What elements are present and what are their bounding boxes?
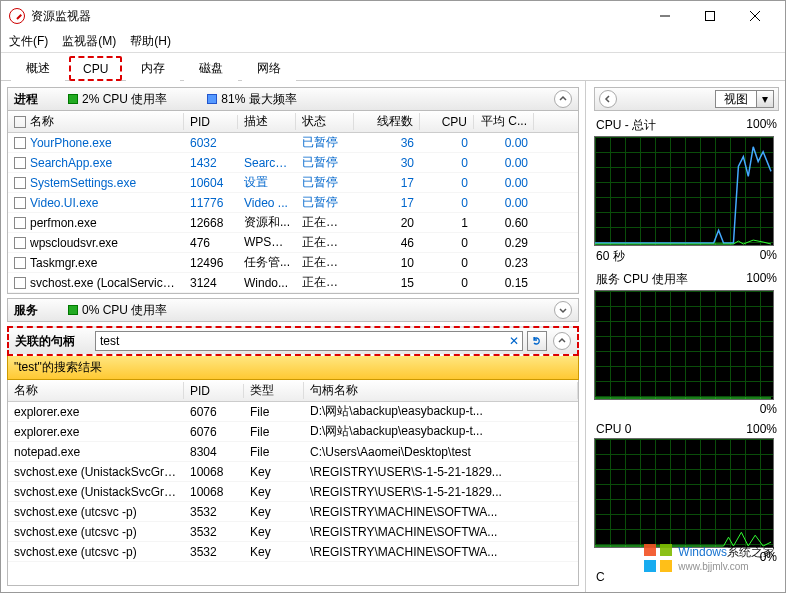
row-checkbox[interactable] — [14, 277, 26, 289]
table-row[interactable]: wpscloudsvr.exe476WPS服...正在运行4600.29 — [8, 233, 578, 253]
window-title: 资源监视器 — [31, 8, 642, 25]
services-panel: 服务 0% CPU 使用率 — [7, 298, 579, 322]
processes-collapse-icon[interactable] — [554, 90, 572, 108]
handles-search-box: ✕ — [95, 331, 523, 351]
table-row[interactable]: SearchApp.exe1432Search...已暂停3000.00 — [8, 153, 578, 173]
table-row[interactable]: svchost.exe (UnistackSvcGroup)10068Key\R… — [8, 462, 578, 482]
handles-table: 名称 PID 类型 句柄名称 explorer.exe6076FileD:\网站… — [7, 380, 579, 586]
select-all-checkbox[interactable] — [14, 116, 26, 128]
table-row[interactable]: svchost.exe (utcsvc -p)3532Key\REGISTRY\… — [8, 502, 578, 522]
view-header: 视图 ▾ — [594, 87, 779, 111]
svg-rect-1 — [705, 12, 714, 21]
row-checkbox[interactable] — [14, 257, 26, 269]
row-checkbox[interactable] — [14, 237, 26, 249]
services-collapse-icon[interactable] — [554, 301, 572, 319]
chart-title: CPU 0 — [596, 422, 631, 436]
row-checkbox[interactable] — [14, 217, 26, 229]
chart-max: 100% — [746, 117, 777, 134]
row-checkbox[interactable] — [14, 197, 26, 209]
view-dropdown-label: 视图 — [716, 91, 756, 108]
handles-columns: 名称 PID 类型 句柄名称 — [8, 380, 578, 402]
tab-cpu[interactable]: CPU — [69, 56, 122, 81]
table-row[interactable]: SystemSettings.exe10604设置已暂停1700.00 — [8, 173, 578, 193]
table-row[interactable]: explorer.exe6076FileD:\网站\abackup\easyba… — [8, 402, 578, 422]
chart-foot-left: 60 秒 — [596, 248, 625, 265]
handles-search-input[interactable] — [96, 334, 506, 348]
table-row[interactable]: svchost.exe (utcsvc -p)3532Key\REGISTRY\… — [8, 522, 578, 542]
tab-disk[interactable]: 磁盘 — [184, 54, 238, 81]
max-freq-icon — [207, 94, 217, 104]
tab-overview[interactable]: 概述 — [11, 54, 65, 81]
processes-title: 进程 — [14, 91, 38, 108]
menu-monitor[interactable]: 监视器(M) — [62, 33, 116, 50]
processes-header[interactable]: 进程 2% CPU 使用率 81% 最大频率 — [7, 87, 579, 111]
chart-max: 100% — [746, 422, 777, 436]
minimize-button[interactable] — [642, 1, 687, 31]
chart-foot-right: 0% — [760, 248, 777, 265]
handles-header: 关联的句柄 ✕ — [7, 326, 579, 356]
dropdown-arrow-icon[interactable]: ▾ — [756, 91, 773, 107]
menu-help[interactable]: 帮助(H) — [130, 33, 171, 50]
chart-title: 服务 CPU 使用率 — [596, 271, 688, 288]
services-cpu-text: 0% CPU 使用率 — [82, 302, 167, 319]
charts-collapse-icon[interactable] — [599, 90, 617, 108]
table-row[interactable]: notepad.exe8304FileC:\Users\Aaomei\Deskt… — [8, 442, 578, 462]
table-row[interactable]: perfmon.exe12668资源和...正在运行2010.60 — [8, 213, 578, 233]
window-controls — [642, 1, 777, 31]
tab-memory[interactable]: 内存 — [126, 54, 180, 81]
tab-network[interactable]: 网络 — [242, 54, 296, 81]
table-row[interactable]: explorer.exe6076FileD:\网站\abackup\easyba… — [8, 422, 578, 442]
search-result-label: "test"的搜索结果 — [7, 356, 579, 380]
watermark: Windows系统之家 www.bjjmlv.com — [644, 543, 775, 572]
charts-pane: 视图 ▾ CPU - 总计100%60 秒0%服务 CPU 使用率100%0%C… — [585, 81, 785, 592]
menubar: 文件(F) 监视器(M) 帮助(H) — [1, 31, 785, 53]
chart-canvas — [594, 438, 774, 548]
processes-table: 名称 PID 描述 状态 线程数 CPU 平均 C... YourPhone.e… — [7, 111, 579, 294]
refresh-search-button[interactable] — [527, 331, 547, 351]
chart-foot-right: 0% — [760, 402, 777, 416]
table-row[interactable]: svchost.exe (LocalServiceN...3124Windo..… — [8, 273, 578, 293]
clear-search-icon[interactable]: ✕ — [506, 334, 522, 348]
table-row[interactable]: svchost.exe (UnistackSvcGroup)10068Key\R… — [8, 482, 578, 502]
titlebar: 资源监视器 — [1, 1, 785, 31]
next-chart-label: C — [596, 570, 605, 584]
close-button[interactable] — [732, 1, 777, 31]
tabbar: 概述 CPU 内存 磁盘 网络 — [1, 53, 785, 81]
processes-columns: 名称 PID 描述 状态 线程数 CPU 平均 C... — [8, 111, 578, 133]
app-icon — [9, 8, 25, 24]
row-checkbox[interactable] — [14, 137, 26, 149]
processes-panel: 进程 2% CPU 使用率 81% 最大频率 名称 PID 描述 状态 线程数 … — [7, 87, 579, 294]
chart-block: 服务 CPU 使用率100%0% — [594, 271, 779, 416]
chart-canvas — [594, 136, 774, 246]
maximize-button[interactable] — [687, 1, 732, 31]
cpu-usage-text: 2% CPU 使用率 — [82, 91, 167, 108]
windows-logo-icon — [644, 544, 672, 572]
services-header[interactable]: 服务 0% CPU 使用率 — [7, 298, 579, 322]
table-row[interactable]: YourPhone.exe6032已暂停3600.00 — [8, 133, 578, 153]
table-row[interactable]: svchost.exe (utcsvc -p)3532Key\REGISTRY\… — [8, 542, 578, 562]
services-title: 服务 — [14, 302, 38, 319]
view-dropdown[interactable]: 视图 ▾ — [715, 90, 774, 108]
handles-title: 关联的句柄 — [15, 333, 75, 350]
cpu-usage-icon — [68, 94, 78, 104]
table-row[interactable]: Taskmgr.exe12496任务管...正在运行1000.23 — [8, 253, 578, 273]
max-freq-text: 81% 最大频率 — [221, 91, 296, 108]
chart-max: 100% — [746, 271, 777, 288]
handles-collapse-icon[interactable] — [553, 332, 571, 350]
row-checkbox[interactable] — [14, 177, 26, 189]
table-row[interactable]: Video.UI.exe11776Video ...已暂停1700.00 — [8, 193, 578, 213]
row-checkbox[interactable] — [14, 157, 26, 169]
services-cpu-icon — [68, 305, 78, 315]
handles-panel: 关联的句柄 ✕ "test"的搜索结果 名称 PID 类型 句柄名称 ex — [7, 326, 579, 586]
menu-file[interactable]: 文件(F) — [9, 33, 48, 50]
chart-canvas — [594, 290, 774, 400]
chart-block: CPU - 总计100%60 秒0% — [594, 117, 779, 265]
chart-title: CPU - 总计 — [596, 117, 656, 134]
